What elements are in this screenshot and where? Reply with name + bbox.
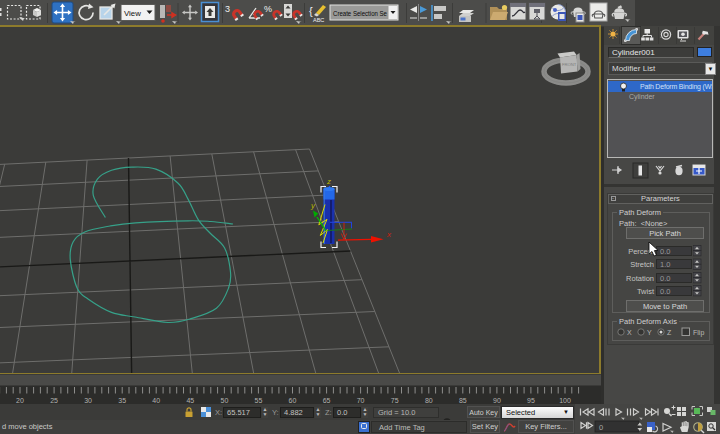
svg-text:80: 80: [425, 397, 433, 404]
svg-text:ABC: ABC: [313, 17, 324, 23]
svg-text:Z: Z: [667, 329, 672, 336]
svg-text:60: 60: [289, 397, 297, 404]
svg-text:30: 30: [84, 397, 92, 404]
svg-text:3: 3: [225, 4, 230, 14]
svg-text:40: 40: [152, 397, 160, 404]
svg-text:100: 100: [559, 397, 571, 404]
svg-text:FRONT: FRONT: [562, 62, 577, 67]
svg-text:Flip: Flip: [693, 329, 704, 337]
svg-text:Create Selection Se: Create Selection Se: [333, 9, 387, 18]
svg-text:85: 85: [459, 397, 467, 404]
svg-text:55: 55: [255, 397, 263, 404]
svg-text:z: z: [326, 177, 331, 186]
svg-text:25: 25: [50, 397, 58, 404]
svg-text:75: 75: [391, 397, 399, 404]
svg-text:X: X: [627, 329, 632, 336]
svg-text:95: 95: [527, 397, 535, 404]
svg-text:x: x: [386, 230, 392, 239]
svg-text:View: View: [124, 9, 141, 18]
svg-text:%: %: [264, 4, 272, 14]
svg-text:90: 90: [493, 397, 501, 404]
svg-text:50: 50: [221, 397, 229, 404]
svg-text:{: {: [309, 5, 313, 17]
svg-text:70: 70: [357, 397, 365, 404]
svg-text:0: 0: [599, 423, 603, 432]
svg-text:35: 35: [118, 397, 126, 404]
svg-text:45: 45: [186, 397, 194, 404]
svg-text:Y: Y: [647, 329, 652, 336]
svg-text:65: 65: [323, 397, 331, 404]
svg-text:20: 20: [16, 397, 24, 404]
